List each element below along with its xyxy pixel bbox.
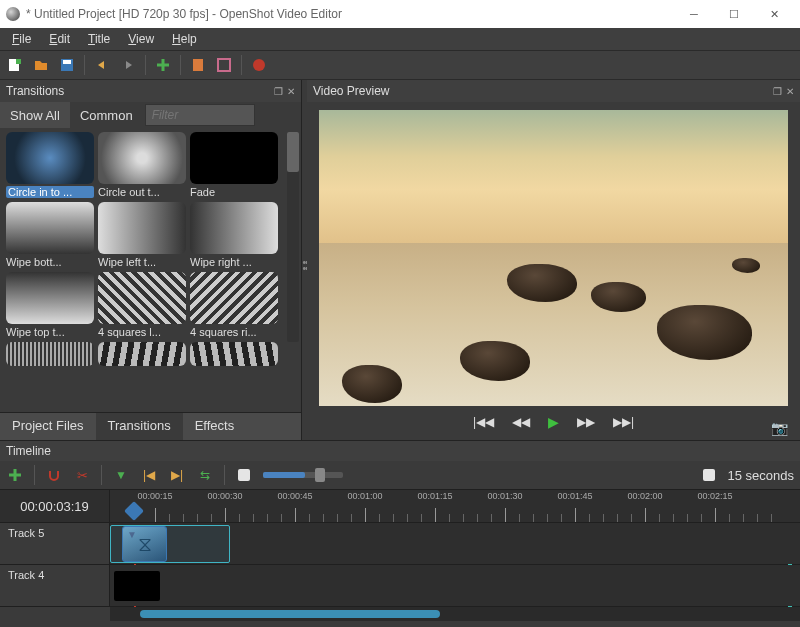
ruler-tick-label: 00:01:15 <box>417 491 452 501</box>
timecode-display[interactable]: 00:00:03:19 <box>0 490 110 522</box>
transition-label: 4 squares ri... <box>190 326 278 338</box>
menu-file[interactable]: File <box>4 30 39 48</box>
svg-rect-4 <box>193 59 203 71</box>
close-button[interactable]: ✕ <box>754 0 794 28</box>
snapshot-icon[interactable]: 📷 <box>771 420 788 436</box>
ruler-tick-label: 00:02:00 <box>627 491 662 501</box>
timeline-ruler[interactable]: 00:00:1500:00:3000:00:4500:01:0000:01:15… <box>110 490 800 522</box>
transitions-panel: Transitions ❐✕ Show All Common Circle in… <box>0 80 302 440</box>
window-titlebar: * Untitled Project [HD 720p 30 fps] - Op… <box>0 0 800 28</box>
transition-label: Fade <box>190 186 278 198</box>
filter-input[interactable] <box>145 104 255 126</box>
transition-label: 4 squares l... <box>98 326 186 338</box>
panel-close-icon[interactable]: ✕ <box>786 86 794 97</box>
timeline-toolbar: ✂ ▼ |◀ ▶| ⇆ 15 seconds <box>0 461 800 489</box>
transition-clip[interactable]: ⧖ <box>122 526 167 562</box>
undo-icon[interactable] <box>93 56 111 74</box>
panel-float-icon[interactable]: ❐ <box>773 86 782 97</box>
timeline-track[interactable]: Track 4 <box>0 565 800 607</box>
next-marker-icon[interactable]: ▶| <box>168 466 186 484</box>
main-toolbar <box>0 50 800 80</box>
track-body[interactable]: ▼⧖ <box>110 523 800 564</box>
transition-label: Wipe bott... <box>6 256 94 268</box>
menu-bar: File Edit Title View Help <box>0 28 800 50</box>
transition-label: Wipe top t... <box>6 326 94 338</box>
transition-thumb[interactable]: Wipe bott... <box>6 202 94 268</box>
playhead-marker[interactable] <box>124 501 144 521</box>
window-title: * Untitled Project [HD 720p 30 fps] - Op… <box>26 7 342 21</box>
transition-thumb[interactable]: 4 squares ri... <box>190 272 278 338</box>
add-track-icon[interactable] <box>6 466 24 484</box>
ruler-tick-label: 00:01:45 <box>557 491 592 501</box>
transition-label: Circle out t... <box>98 186 186 198</box>
razor-icon[interactable]: ✂ <box>73 466 91 484</box>
preview-panel-title: Video Preview <box>313 84 390 98</box>
rewind-button[interactable]: ◀◀ <box>512 415 530 429</box>
menu-help[interactable]: Help <box>164 30 205 48</box>
jump-start-button[interactable]: |◀◀ <box>473 415 494 429</box>
transition-thumb[interactable]: Circle in to ... <box>6 132 94 198</box>
minimize-button[interactable]: ─ <box>674 0 714 28</box>
tab-project-files[interactable]: Project Files <box>0 413 96 440</box>
zoom-box-icon[interactable] <box>235 466 253 484</box>
zoom-slider[interactable] <box>263 472 343 478</box>
menu-view[interactable]: View <box>120 30 162 48</box>
transition-label: Circle in to ... <box>6 186 94 198</box>
track-body[interactable] <box>110 565 800 606</box>
transition-thumb[interactable]: Wipe top t... <box>6 272 94 338</box>
redo-icon[interactable] <box>119 56 137 74</box>
app-icon <box>6 7 20 21</box>
save-project-icon[interactable] <box>58 56 76 74</box>
prev-marker-icon[interactable]: |◀ <box>140 466 158 484</box>
transitions-panel-title: Transitions <box>6 84 64 98</box>
export-icon[interactable] <box>250 56 268 74</box>
fullscreen-icon[interactable] <box>215 56 233 74</box>
ruler-tick-label: 00:01:00 <box>347 491 382 501</box>
panel-close-icon[interactable]: ✕ <box>287 86 295 97</box>
fast-forward-button[interactable]: ▶▶ <box>577 415 595 429</box>
video-preview[interactable] <box>319 110 788 406</box>
transition-thumb[interactable]: 4 squares l... <box>98 272 186 338</box>
profile-icon[interactable] <box>189 56 207 74</box>
tab-show-all[interactable]: Show All <box>0 102 70 128</box>
jump-end-button[interactable]: ▶▶| <box>613 415 634 429</box>
tab-common[interactable]: Common <box>70 102 143 128</box>
ruler-tick-label: 00:00:30 <box>207 491 242 501</box>
transition-thumb[interactable]: Wipe right ... <box>190 202 278 268</box>
transition-thumb[interactable]: Circle out t... <box>98 132 186 198</box>
svg-rect-5 <box>218 59 230 71</box>
transitions-scroll-thumb[interactable] <box>287 132 299 172</box>
import-files-icon[interactable] <box>154 56 172 74</box>
snap-icon[interactable] <box>45 466 63 484</box>
track-label[interactable]: Track 5 <box>0 523 110 564</box>
add-marker-icon[interactable]: ▼ <box>112 466 130 484</box>
transition-thumb[interactable]: Wipe left t... <box>98 202 186 268</box>
timeline-title: Timeline <box>6 444 51 458</box>
timeline-tracks: Track 5▼⧖Track 4 <box>0 523 800 607</box>
maximize-button[interactable]: ☐ <box>714 0 754 28</box>
panel-float-icon[interactable]: ❐ <box>274 86 283 97</box>
tab-effects[interactable]: Effects <box>183 413 247 440</box>
play-button[interactable]: ▶ <box>548 414 559 430</box>
menu-edit[interactable]: Edit <box>41 30 78 48</box>
transitions-grid: Circle in to ...Circle out t...FadeWipe … <box>0 128 301 342</box>
new-project-icon[interactable] <box>6 56 24 74</box>
open-project-icon[interactable] <box>32 56 50 74</box>
playback-controls: |◀◀ ◀◀ ▶ ▶▶ ▶▶| <box>319 406 788 438</box>
menu-title[interactable]: Title <box>80 30 118 48</box>
timeline-panel: Timeline ✂ ▼ |◀ ▶| ⇆ 15 seconds 00:00:03… <box>0 440 800 621</box>
timeline-hscroll[interactable] <box>110 607 800 621</box>
tab-transitions[interactable]: Transitions <box>96 413 183 440</box>
timeline-hscroll-thumb[interactable] <box>140 610 440 618</box>
svg-rect-3 <box>63 60 71 64</box>
svg-point-6 <box>253 59 265 71</box>
transition-thumb[interactable]: Fade <box>190 132 278 198</box>
transition-label: Wipe left t... <box>98 256 186 268</box>
center-playhead-icon[interactable]: ⇆ <box>196 466 214 484</box>
transition-label: Wipe right ... <box>190 256 278 268</box>
track-label[interactable]: Track 4 <box>0 565 110 606</box>
timeline-track[interactable]: Track 5▼⧖ <box>0 523 800 565</box>
zoom-level-icon[interactable] <box>700 466 718 484</box>
svg-rect-7 <box>238 469 250 481</box>
zoom-label: 15 seconds <box>728 468 795 483</box>
